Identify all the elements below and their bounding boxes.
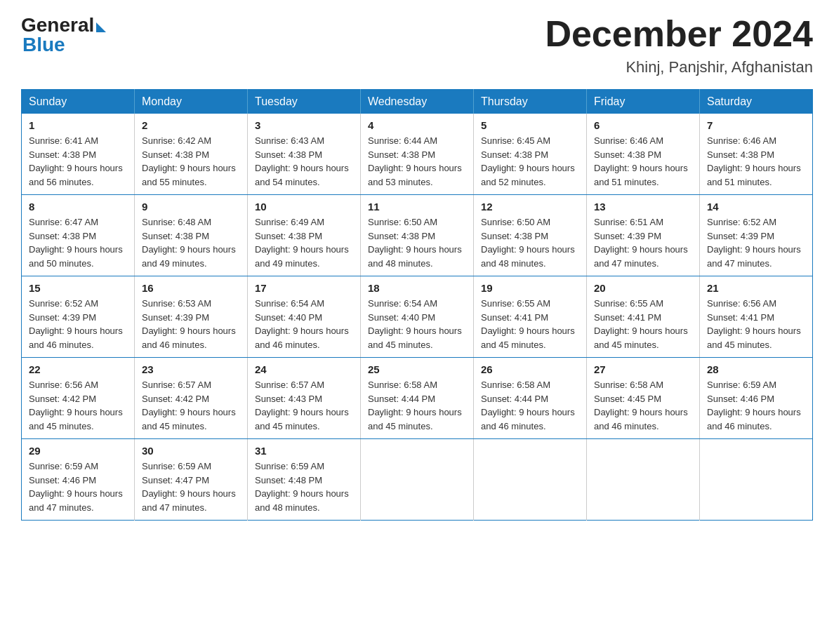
day-number: 12 <box>481 201 579 213</box>
calendar-cell: 31Sunrise: 6:59 AMSunset: 4:48 PMDayligh… <box>248 439 361 521</box>
calendar-cell: 21Sunrise: 6:56 AMSunset: 4:41 PMDayligh… <box>700 276 813 358</box>
calendar-cell: 20Sunrise: 6:55 AMSunset: 4:41 PMDayligh… <box>587 276 700 358</box>
calendar-cell: 23Sunrise: 6:57 AMSunset: 4:42 PMDayligh… <box>135 358 248 439</box>
day-number: 31 <box>255 445 353 457</box>
calendar-cell <box>587 439 700 521</box>
day-info: Sunrise: 6:41 AMSunset: 4:38 PMDaylight:… <box>29 134 127 189</box>
day-number: 5 <box>481 119 579 131</box>
calendar-cell <box>700 439 813 521</box>
calendar-cell: 5Sunrise: 6:45 AMSunset: 4:38 PMDaylight… <box>474 114 587 195</box>
calendar-week-row: 15Sunrise: 6:52 AMSunset: 4:39 PMDayligh… <box>22 276 813 358</box>
calendar-cell: 22Sunrise: 6:56 AMSunset: 4:42 PMDayligh… <box>22 358 135 439</box>
day-number: 4 <box>368 119 466 131</box>
calendar-cell: 27Sunrise: 6:58 AMSunset: 4:45 PMDayligh… <box>587 358 700 439</box>
day-info: Sunrise: 6:51 AMSunset: 4:39 PMDaylight:… <box>594 215 692 270</box>
day-info: Sunrise: 6:53 AMSunset: 4:39 PMDaylight:… <box>142 297 240 351</box>
day-number: 10 <box>255 201 353 213</box>
day-number: 13 <box>594 201 692 213</box>
day-info: Sunrise: 6:57 AMSunset: 4:42 PMDaylight:… <box>142 378 240 433</box>
calendar-cell: 7Sunrise: 6:46 AMSunset: 4:38 PMDaylight… <box>700 114 813 195</box>
calendar-cell <box>361 439 474 521</box>
header-saturday: Saturday <box>700 90 813 114</box>
day-info: Sunrise: 6:58 AMSunset: 4:44 PMDaylight:… <box>481 378 579 433</box>
calendar-cell: 2Sunrise: 6:42 AMSunset: 4:38 PMDaylight… <box>135 114 248 195</box>
calendar-cell: 13Sunrise: 6:51 AMSunset: 4:39 PMDayligh… <box>587 195 700 276</box>
calendar-week-row: 22Sunrise: 6:56 AMSunset: 4:42 PMDayligh… <box>22 358 813 439</box>
calendar-cell: 11Sunrise: 6:50 AMSunset: 4:38 PMDayligh… <box>361 195 474 276</box>
day-info: Sunrise: 6:48 AMSunset: 4:38 PMDaylight:… <box>142 215 240 270</box>
day-info: Sunrise: 6:45 AMSunset: 4:38 PMDaylight:… <box>481 134 579 189</box>
day-info: Sunrise: 6:56 AMSunset: 4:42 PMDaylight:… <box>29 378 127 433</box>
calendar-cell: 15Sunrise: 6:52 AMSunset: 4:39 PMDayligh… <box>22 276 135 358</box>
title-section: December 2024 Khinj, Panjshir, Afghanist… <box>545 14 813 76</box>
day-info: Sunrise: 6:58 AMSunset: 4:45 PMDaylight:… <box>594 378 692 433</box>
day-number: 20 <box>594 282 692 294</box>
location-text: Khinj, Panjshir, Afghanistan <box>545 58 813 76</box>
calendar-cell: 26Sunrise: 6:58 AMSunset: 4:44 PMDayligh… <box>474 358 587 439</box>
day-number: 8 <box>29 201 127 213</box>
day-number: 21 <box>707 282 805 294</box>
day-info: Sunrise: 6:50 AMSunset: 4:38 PMDaylight:… <box>368 215 466 270</box>
calendar-cell <box>474 439 587 521</box>
day-info: Sunrise: 6:47 AMSunset: 4:38 PMDaylight:… <box>29 215 127 270</box>
day-number: 22 <box>29 363 127 375</box>
day-number: 29 <box>29 445 127 457</box>
day-number: 6 <box>594 119 692 131</box>
header-sunday: Sunday <box>22 90 135 114</box>
day-number: 28 <box>707 363 805 375</box>
day-info: Sunrise: 6:55 AMSunset: 4:41 PMDaylight:… <box>481 297 579 351</box>
page-header: General Blue December 2024 Khinj, Panjsh… <box>21 14 813 76</box>
calendar-cell: 3Sunrise: 6:43 AMSunset: 4:38 PMDaylight… <box>248 114 361 195</box>
day-number: 30 <box>142 445 240 457</box>
day-info: Sunrise: 6:59 AMSunset: 4:47 PMDaylight:… <box>142 459 240 514</box>
calendar-cell: 24Sunrise: 6:57 AMSunset: 4:43 PMDayligh… <box>248 358 361 439</box>
day-number: 7 <box>707 119 805 131</box>
calendar-cell: 8Sunrise: 6:47 AMSunset: 4:38 PMDaylight… <box>22 195 135 276</box>
calendar-cell: 18Sunrise: 6:54 AMSunset: 4:40 PMDayligh… <box>361 276 474 358</box>
calendar-cell: 25Sunrise: 6:58 AMSunset: 4:44 PMDayligh… <box>361 358 474 439</box>
day-info: Sunrise: 6:42 AMSunset: 4:38 PMDaylight:… <box>142 134 240 189</box>
day-number: 23 <box>142 363 240 375</box>
calendar-cell: 14Sunrise: 6:52 AMSunset: 4:39 PMDayligh… <box>700 195 813 276</box>
day-number: 9 <box>142 201 240 213</box>
calendar-week-row: 1Sunrise: 6:41 AMSunset: 4:38 PMDaylight… <box>22 114 813 195</box>
logo-triangle-icon <box>96 22 106 32</box>
day-info: Sunrise: 6:59 AMSunset: 4:48 PMDaylight:… <box>255 459 353 514</box>
calendar-cell: 28Sunrise: 6:59 AMSunset: 4:46 PMDayligh… <box>700 358 813 439</box>
day-info: Sunrise: 6:54 AMSunset: 4:40 PMDaylight:… <box>255 297 353 351</box>
day-number: 15 <box>29 282 127 294</box>
day-number: 3 <box>255 119 353 131</box>
day-info: Sunrise: 6:50 AMSunset: 4:38 PMDaylight:… <box>481 215 579 270</box>
day-number: 27 <box>594 363 692 375</box>
calendar-table: SundayMondayTuesdayWednesdayThursdayFrid… <box>21 89 813 521</box>
header-friday: Friday <box>587 90 700 114</box>
day-info: Sunrise: 6:59 AMSunset: 4:46 PMDaylight:… <box>29 459 127 514</box>
calendar-week-row: 29Sunrise: 6:59 AMSunset: 4:46 PMDayligh… <box>22 439 813 521</box>
day-number: 17 <box>255 282 353 294</box>
day-number: 2 <box>142 119 240 131</box>
day-info: Sunrise: 6:52 AMSunset: 4:39 PMDaylight:… <box>707 215 805 270</box>
calendar-cell: 30Sunrise: 6:59 AMSunset: 4:47 PMDayligh… <box>135 439 248 521</box>
calendar-cell: 4Sunrise: 6:44 AMSunset: 4:38 PMDaylight… <box>361 114 474 195</box>
calendar-cell: 9Sunrise: 6:48 AMSunset: 4:38 PMDaylight… <box>135 195 248 276</box>
day-number: 24 <box>255 363 353 375</box>
day-number: 14 <box>707 201 805 213</box>
day-number: 18 <box>368 282 466 294</box>
day-number: 11 <box>368 201 466 213</box>
calendar-cell: 29Sunrise: 6:59 AMSunset: 4:46 PMDayligh… <box>22 439 135 521</box>
calendar-cell: 12Sunrise: 6:50 AMSunset: 4:38 PMDayligh… <box>474 195 587 276</box>
day-info: Sunrise: 6:43 AMSunset: 4:38 PMDaylight:… <box>255 134 353 189</box>
calendar-week-row: 8Sunrise: 6:47 AMSunset: 4:38 PMDaylight… <box>22 195 813 276</box>
day-number: 25 <box>368 363 466 375</box>
calendar-cell: 10Sunrise: 6:49 AMSunset: 4:38 PMDayligh… <box>248 195 361 276</box>
calendar-cell: 17Sunrise: 6:54 AMSunset: 4:40 PMDayligh… <box>248 276 361 358</box>
calendar-cell: 6Sunrise: 6:46 AMSunset: 4:38 PMDaylight… <box>587 114 700 195</box>
calendar-header-row: SundayMondayTuesdayWednesdayThursdayFrid… <box>22 90 813 114</box>
day-info: Sunrise: 6:54 AMSunset: 4:40 PMDaylight:… <box>368 297 466 351</box>
day-info: Sunrise: 6:46 AMSunset: 4:38 PMDaylight:… <box>707 134 805 189</box>
day-number: 19 <box>481 282 579 294</box>
month-year-title: December 2024 <box>545 14 813 54</box>
day-info: Sunrise: 6:59 AMSunset: 4:46 PMDaylight:… <box>707 378 805 433</box>
day-info: Sunrise: 6:44 AMSunset: 4:38 PMDaylight:… <box>368 134 466 189</box>
header-tuesday: Tuesday <box>248 90 361 114</box>
